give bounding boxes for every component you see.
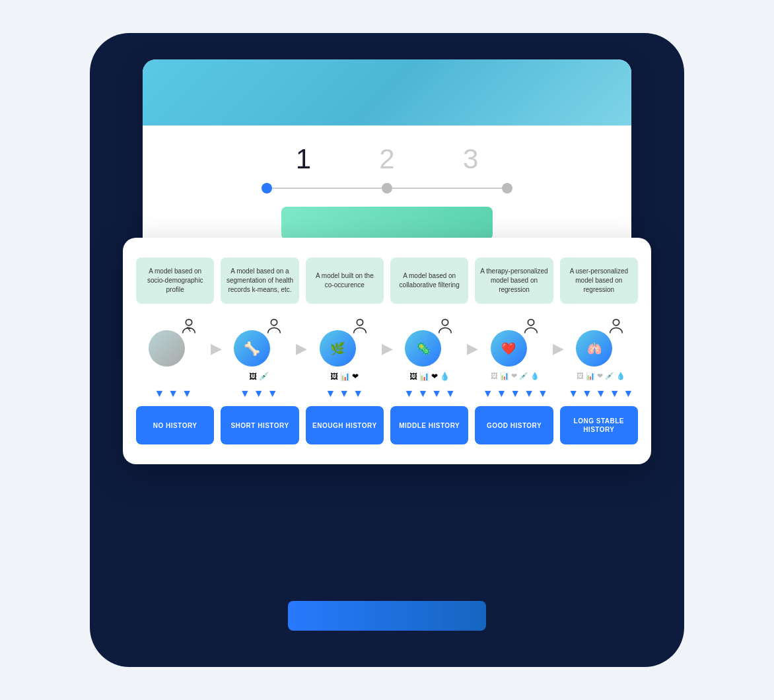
circle-5: ❤️ bbox=[491, 330, 527, 367]
step-3: 3 bbox=[429, 145, 512, 173]
step-dot-2[interactable] bbox=[382, 183, 392, 193]
svg-point-5 bbox=[442, 320, 448, 326]
icon-col-2: 🦴 🖼💉 ▼ ▼ ▼ bbox=[222, 317, 297, 400]
person-svg-4 bbox=[436, 317, 454, 335]
icon-wrap-6: 🫁 bbox=[576, 317, 625, 367]
icon-col-1: ▼ ▼ ▼ bbox=[136, 317, 211, 400]
circle-6: 🫁 bbox=[576, 330, 612, 367]
step-dot-3[interactable] bbox=[502, 183, 512, 193]
svg-point-6 bbox=[528, 320, 534, 326]
circle-3: 🌿 bbox=[320, 330, 356, 367]
circle-2: 🦴 bbox=[234, 330, 270, 367]
step-line-1 bbox=[272, 188, 382, 189]
icon-wrap-2: 🦴 bbox=[234, 317, 283, 367]
arrow-3-4: ▶ bbox=[382, 340, 393, 357]
outer-wrapper: 1 2 3 A bbox=[90, 33, 684, 667]
model-card-3: A model built on the co-occurence bbox=[306, 258, 384, 304]
steps-numbers-row: 1 2 3 bbox=[262, 145, 512, 173]
person-svg-3 bbox=[351, 317, 369, 335]
small-icons-3: 🖼📊❤ bbox=[330, 372, 359, 385]
label-short-history[interactable]: SHORT HISTORY bbox=[221, 406, 299, 444]
small-icons-4: 🖼📊❤💧 bbox=[409, 372, 450, 385]
down-arrows-1: ▼ ▼ ▼ bbox=[154, 388, 192, 400]
step-2: 2 bbox=[345, 145, 429, 173]
models-grid: A model based on socio-demographic profi… bbox=[136, 258, 638, 304]
step-1-number: 1 bbox=[296, 145, 311, 173]
label-enough-history[interactable]: ENOUGH HISTORY bbox=[306, 406, 384, 444]
arrow-2-3: ▶ bbox=[296, 340, 307, 357]
icon-wrap-4: 🦠 bbox=[405, 317, 454, 367]
front-card: A model based on socio-demographic profi… bbox=[123, 238, 651, 464]
down-arrows-6: ▼ ▼ ▼ ▼ ▼ bbox=[568, 388, 633, 400]
icon-wrap-1 bbox=[149, 317, 198, 367]
label-good-history[interactable]: GOOD HISTORY bbox=[475, 406, 553, 444]
bottom-action-button[interactable] bbox=[288, 601, 486, 631]
icon-wrap-5: ❤️ bbox=[491, 317, 540, 367]
person-svg-5 bbox=[522, 317, 540, 335]
step-1: 1 bbox=[262, 145, 345, 173]
step-dot-1[interactable] bbox=[262, 183, 272, 193]
step-line-2 bbox=[392, 188, 502, 189]
icon-col-6: 🫁 🖼📊❤💉💧 ▼ ▼ ▼ ▼ ▼ bbox=[564, 317, 639, 400]
green-bar bbox=[281, 207, 493, 240]
label-middle-history[interactable]: MIDDLE HISTORY bbox=[390, 406, 468, 444]
down-arrows-3: ▼ ▼ ▼ bbox=[325, 388, 363, 400]
person-svg-1 bbox=[180, 317, 198, 335]
person-svg-6 bbox=[607, 317, 625, 335]
model-card-5: A therapy-personalized model based on re… bbox=[475, 258, 553, 304]
steps-dots-row bbox=[262, 183, 512, 193]
model-card-4: A model based on collaborative filtering bbox=[390, 258, 468, 304]
down-arrows-4: ▼ ▼ ▼ ▼ bbox=[404, 388, 456, 400]
icon-col-4: 🦠 🖼📊❤💧 ▼ ▼ ▼ ▼ bbox=[393, 317, 468, 400]
down-arrows-2: ▼ ▼ ▼ bbox=[240, 388, 278, 400]
arrow-1-2: ▶ bbox=[211, 340, 222, 357]
labels-row: NO HISTORY SHORT HISTORY ENOUGH HISTORY … bbox=[136, 406, 638, 444]
small-icons-6: 🖼📊❤💉💧 bbox=[577, 372, 625, 385]
svg-point-3 bbox=[271, 320, 277, 326]
small-icons-2: 🖼💉 bbox=[249, 372, 269, 385]
model-card-6: A user-personalized model based on regre… bbox=[560, 258, 638, 304]
icon-wrap-3: 🌿 bbox=[320, 317, 369, 367]
model-card-1: A model based on socio-demographic profi… bbox=[136, 258, 214, 304]
step-2-number: 2 bbox=[379, 145, 394, 173]
arrow-4-5: ▶ bbox=[467, 340, 478, 357]
icon-col-3: 🌿 🖼📊❤ ▼ ▼ ▼ bbox=[307, 317, 382, 400]
circle-1 bbox=[149, 330, 185, 367]
icons-row: ▼ ▼ ▼ ▶ 🦴 🖼💉 bbox=[136, 317, 638, 400]
svg-point-7 bbox=[614, 320, 619, 326]
svg-point-0 bbox=[186, 320, 192, 326]
icon-col-5: ❤️ 🖼📊❤💉💧 ▼ ▼ ▼ ▼ ▼ bbox=[478, 317, 553, 400]
step-3-number: 3 bbox=[463, 145, 478, 173]
card-header-gradient bbox=[143, 59, 631, 125]
circle-4: 🦠 bbox=[405, 330, 441, 367]
svg-point-4 bbox=[357, 320, 363, 326]
label-long-stable-history[interactable]: LONG STABLE HISTORY bbox=[560, 406, 638, 444]
label-no-history[interactable]: NO HISTORY bbox=[136, 406, 214, 444]
arrow-5-6: ▶ bbox=[553, 340, 564, 357]
person-svg-2 bbox=[265, 317, 283, 335]
model-card-2: A model based on a segmentation of healt… bbox=[221, 258, 299, 304]
small-icons-5: 🖼📊❤💉💧 bbox=[491, 372, 540, 385]
down-arrows-5: ▼ ▼ ▼ ▼ ▼ bbox=[483, 388, 548, 400]
